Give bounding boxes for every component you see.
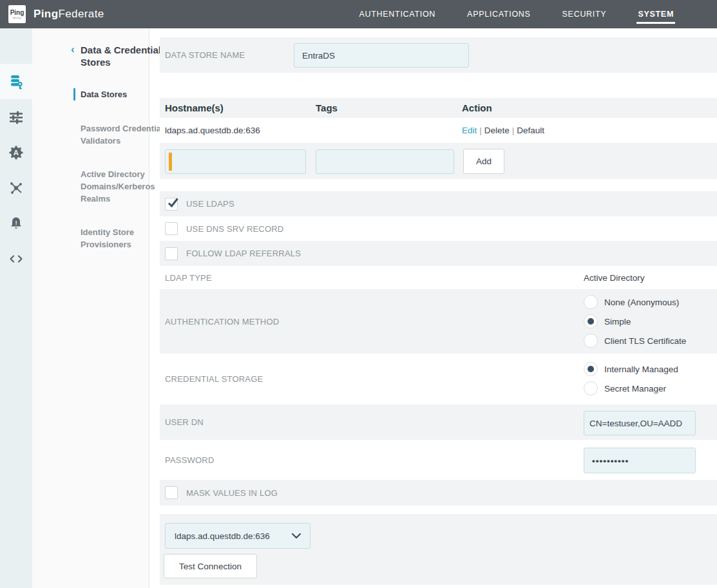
add-button[interactable]: Add bbox=[463, 149, 504, 174]
radio-internally-managed[interactable]: Internally Managed bbox=[584, 359, 678, 379]
use-ldaps-row: USE LDAPS bbox=[160, 191, 717, 216]
rail-item-data-stores[interactable] bbox=[0, 64, 32, 99]
rail-item-api[interactable] bbox=[0, 241, 32, 276]
user-dn-label: USER DN bbox=[160, 417, 204, 427]
sidebar-item-label: Password Credential Validators bbox=[81, 124, 164, 146]
hostname-select[interactable]: ldaps.ad.questdb.de:636 bbox=[165, 523, 311, 549]
rail-item-notifications[interactable]: ! bbox=[0, 205, 32, 241]
new-hostname-input[interactable] bbox=[165, 149, 306, 174]
credential-storage-options: Internally Managed Secret Manager bbox=[584, 359, 678, 398]
hosts-table-header: Hostname(s) Tags Action bbox=[160, 98, 717, 118]
app-title-federate: Federate bbox=[58, 8, 104, 21]
hostname-value: ldaps.ad.questdb.de:636 bbox=[165, 126, 260, 135]
network-nodes-icon bbox=[8, 180, 24, 196]
edit-link[interactable]: Edit bbox=[462, 126, 477, 135]
ldap-data-store-form: DATA STORE NAME Hostname(s) Tags Action … bbox=[160, 28, 717, 588]
user-dn-input[interactable] bbox=[584, 411, 696, 435]
rail-item-integrations[interactable] bbox=[0, 170, 32, 205]
table-row: ldaps.ad.questdb.de:636 Edit|Delete|Defa… bbox=[160, 118, 717, 143]
logo-subtext: Identity. bbox=[13, 16, 22, 19]
sidebar-title[interactable]: ‹ Data & Credential Stores bbox=[81, 44, 171, 68]
pingfederate-admin-console: Ping Identity. PingFederate AUTHENTICATI… bbox=[0, 0, 717, 588]
use-ldaps-checkbox[interactable] bbox=[165, 198, 178, 211]
mask-values-checkbox[interactable] bbox=[165, 486, 178, 499]
use-dns-srv-label: USE DNS SRV RECORD bbox=[186, 224, 283, 234]
credential-storage-row: CREDENTIAL STORAGE Internally Managed Se… bbox=[160, 354, 717, 404]
hostname-select-value: ldaps.ad.questdb.de:636 bbox=[175, 531, 270, 541]
authentication-method-options: None (Anonymous) Simple Client TLS Certi… bbox=[584, 292, 686, 350]
sliders-icon bbox=[8, 109, 24, 125]
active-item-bar bbox=[73, 88, 75, 100]
sidebar-item-data-stores[interactable]: Data Stores bbox=[81, 88, 172, 100]
radio-label: Client TLS Certificate bbox=[604, 336, 686, 346]
chevron-down-icon bbox=[292, 533, 301, 538]
rail-item-administration[interactable]: A bbox=[0, 135, 32, 170]
radio-none-anonymous[interactable]: None (Anonymous) bbox=[584, 292, 686, 312]
user-dn-row: USER DN bbox=[160, 404, 717, 440]
password-input[interactable] bbox=[584, 448, 696, 473]
sidebar-item-label: Identity Store Provisioners bbox=[81, 227, 134, 249]
row-actions: Edit|Delete|Default bbox=[462, 126, 544, 135]
ping-identity-logo[interactable]: Ping Identity. bbox=[8, 5, 26, 23]
sidebar-title-label: Data & Credential Stores bbox=[81, 44, 161, 68]
use-ldaps-label: USE LDAPS bbox=[186, 199, 234, 209]
follow-ldap-referrals-checkbox[interactable] bbox=[165, 247, 178, 260]
credential-storage-label: CREDENTIAL STORAGE bbox=[160, 374, 263, 384]
nav-system[interactable]: SYSTEM bbox=[638, 0, 674, 28]
authentication-method-label: AUTHENTICATION METHOD bbox=[160, 317, 279, 327]
column-tags: Tags bbox=[316, 102, 338, 113]
sidebar-item-ad-domains-kerberos-realms[interactable]: Active Directory Domains/Kerberos Realms bbox=[81, 168, 172, 205]
radio-icon bbox=[584, 295, 598, 309]
primary-nav: AUTHENTICATION APPLICATIONS SECURITY SYS… bbox=[359, 0, 717, 28]
column-action: Action bbox=[462, 102, 492, 113]
radio-secret-manager[interactable]: Secret Manager bbox=[584, 379, 678, 398]
icon-rail: A ! bbox=[0, 28, 32, 588]
rail-item-settings[interactable] bbox=[0, 99, 32, 135]
use-dns-srv-checkbox[interactable] bbox=[165, 222, 178, 235]
action-separator: | bbox=[477, 126, 484, 135]
back-chevron-icon: ‹ bbox=[71, 43, 75, 55]
app-title-ping: Ping bbox=[33, 8, 58, 21]
svg-text:!: ! bbox=[15, 218, 17, 225]
alert-bell-icon: ! bbox=[8, 216, 24, 231]
sidebar-item-label: Data Stores bbox=[81, 90, 127, 99]
radio-client-tls-certificate[interactable]: Client TLS Certificate bbox=[584, 331, 686, 350]
ldap-type-value: Active Directory bbox=[584, 273, 645, 283]
sidebar: ‹ Data & Credential Stores Data Stores P… bbox=[32, 28, 149, 588]
checkmark-icon bbox=[166, 196, 180, 210]
radio-icon bbox=[584, 362, 598, 376]
add-host-row: Add bbox=[160, 143, 717, 179]
ldap-type-row: LDAP TYPE Active Directory bbox=[160, 266, 717, 289]
connection-test-section: ldaps.ad.questdb.de:636 Test Connection bbox=[160, 514, 717, 585]
radio-label: Secret Manager bbox=[604, 384, 666, 394]
new-tags-input[interactable] bbox=[316, 149, 454, 174]
database-key-icon bbox=[8, 73, 24, 90]
test-connection-button[interactable]: Test Connection bbox=[164, 554, 257, 578]
rail-spacer bbox=[0, 28, 32, 64]
radio-simple[interactable]: Simple bbox=[584, 312, 686, 331]
default-link[interactable]: Default bbox=[517, 126, 544, 135]
data-store-name-input[interactable] bbox=[294, 43, 469, 68]
mask-values-label: MASK VALUES IN LOG bbox=[186, 488, 278, 498]
logo-text: Ping bbox=[10, 10, 24, 16]
radio-icon bbox=[584, 381, 598, 395]
sidebar-item-label: Active Directory Domains/Kerberos Realms bbox=[81, 169, 155, 204]
follow-ldap-referrals-row: FOLLOW LDAP REFERRALS bbox=[160, 241, 717, 266]
follow-ldap-referrals-label: FOLLOW LDAP REFERRALS bbox=[186, 249, 301, 258]
sidebar-item-password-credential-validators[interactable]: Password Credential Validators bbox=[81, 122, 172, 147]
password-label: PASSWORD bbox=[160, 455, 214, 465]
nav-authentication[interactable]: AUTHENTICATION bbox=[359, 0, 435, 28]
sidebar-item-identity-store-provisioners[interactable]: Identity Store Provisioners bbox=[81, 226, 172, 251]
topbar: Ping Identity. PingFederate AUTHENTICATI… bbox=[0, 0, 717, 28]
nav-security[interactable]: SECURITY bbox=[562, 0, 607, 28]
radio-label: None (Anonymous) bbox=[604, 298, 679, 307]
action-separator: | bbox=[510, 126, 517, 135]
nav-applications[interactable]: APPLICATIONS bbox=[467, 0, 530, 28]
radio-label: Internally Managed bbox=[604, 365, 678, 374]
data-store-name-row: DATA STORE NAME bbox=[160, 37, 717, 73]
use-dns-srv-row: USE DNS SRV RECORD bbox=[160, 216, 717, 241]
ldap-type-label: LDAP TYPE bbox=[160, 273, 212, 283]
delete-link[interactable]: Delete bbox=[484, 126, 510, 135]
radio-label: Simple bbox=[604, 317, 631, 327]
gear-a-icon: A bbox=[8, 144, 24, 161]
